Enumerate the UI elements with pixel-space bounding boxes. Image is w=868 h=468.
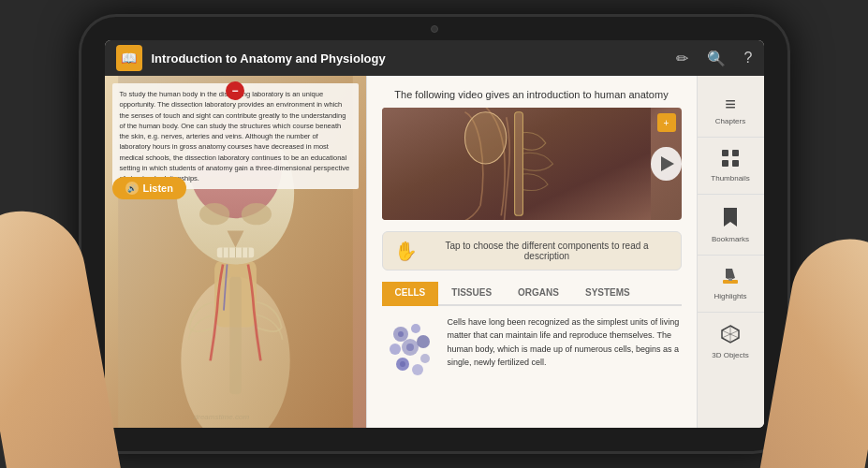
chapters-label: Chapters [715, 117, 745, 125]
svg-rect-34 [728, 278, 732, 281]
thumbnails-label: Thumbnails [711, 174, 749, 183]
play-button[interactable] [651, 147, 681, 181]
speaker-icon: 🔊 [125, 182, 139, 195]
svg-text:dreamstime.com: dreamstime.com [193, 413, 249, 421]
cells-svg [382, 315, 438, 381]
top-bar: 📖 Introduction to Anatomy and Physiology… [105, 40, 764, 76]
tap-instruction: ✋ Tap to choose the different components… [382, 231, 682, 271]
sidebar-item-bookmarks[interactable]: Bookmarks [698, 195, 764, 256]
svg-point-27 [406, 344, 414, 351]
chapters-icon: ≡ [725, 95, 736, 113]
right-page: The following video gives an introductio… [367, 76, 697, 428]
svg-point-19 [411, 324, 420, 333]
svg-rect-31 [722, 160, 728, 167]
thumbnails-icon [721, 149, 740, 170]
highlights-icon [721, 267, 740, 288]
tablet: 📖 Introduction to Anatomy and Physiology… [79, 14, 790, 454]
svg-point-21 [390, 344, 401, 355]
left-page: dreamstime.com To study the human body i… [105, 76, 367, 428]
help-icon[interactable]: ? [744, 50, 753, 67]
app-icon: 📖 [116, 45, 142, 71]
screen: 📖 Introduction to Anatomy and Physiology… [105, 40, 764, 428]
book-icon: 📖 [121, 51, 137, 66]
app-title: Introduction to Anatomy and Physiology [152, 51, 676, 66]
svg-rect-17 [514, 112, 522, 216]
sidebar-item-highlights[interactable]: Highlights [698, 256, 764, 313]
hand-stop-icon: ✋ [394, 240, 418, 262]
listen-button[interactable]: 🔊 Listen [112, 177, 186, 199]
content-area: dreamstime.com To study the human body i… [105, 76, 764, 428]
video-section: The following video gives an introductio… [382, 89, 682, 220]
highlights-svg [721, 267, 740, 285]
sidebar-item-chapters[interactable]: ≡ Chapters [698, 83, 764, 138]
tap-text: Tap to choose the different components t… [425, 241, 669, 261]
svg-point-23 [420, 354, 430, 363]
svg-point-28 [400, 361, 405, 367]
svg-point-20 [417, 335, 430, 348]
tab-tissues[interactable]: TISSUES [438, 282, 505, 306]
cube-svg [720, 324, 741, 344]
tab-organs[interactable]: ORGANS [505, 282, 572, 306]
bookmark-svg [721, 206, 740, 228]
tab-cells[interactable]: CELLS [382, 282, 439, 306]
listen-label: Listen [143, 183, 173, 194]
svg-rect-13 [229, 277, 242, 394]
search-icon[interactable]: 🔍 [707, 50, 726, 67]
grid-icon [721, 149, 740, 168]
expand-button[interactable]: + [657, 113, 676, 132]
minus-button[interactable]: − [226, 81, 244, 100]
cells-description: Cells have long been recognized as the s… [448, 315, 682, 385]
top-bar-actions: ✏ 🔍 ? [676, 50, 753, 67]
video-bg-svg [382, 108, 652, 220]
sidebar-item-3d[interactable]: 3D Objects [698, 313, 764, 371]
play-triangle-icon [661, 156, 674, 171]
3d-objects-icon [720, 324, 741, 347]
scene: 📖 Introduction to Anatomy and Physiology… [0, 0, 868, 468]
svg-rect-29 [722, 150, 728, 156]
tab-content: Cells have long been recognized as the s… [382, 315, 682, 385]
tab-systems[interactable]: SYSTEMS [572, 282, 643, 306]
video-title: The following video gives an introductio… [382, 89, 682, 100]
svg-rect-30 [732, 150, 739, 156]
tabs-bar: CELLS TISSUES ORGANS SYSTEMS [382, 282, 682, 306]
pencil-icon[interactable]: ✏ [676, 50, 688, 67]
sidebar-item-thumbnails[interactable]: Thumbnails [698, 138, 764, 195]
svg-point-16 [464, 112, 506, 164]
camera [431, 25, 438, 33]
video-thumbnail[interactable]: + [382, 108, 682, 220]
3d-label: 3D Objects [712, 351, 749, 359]
right-sidebar: ≡ Chapters Thumbnails [697, 76, 764, 428]
bookmarks-label: Bookmarks [712, 235, 749, 243]
svg-point-5 [199, 203, 229, 225]
svg-point-6 [241, 203, 271, 225]
cells-icon [382, 315, 438, 385]
svg-point-26 [398, 331, 404, 337]
highlights-label: Highlights [714, 292, 746, 300]
bookmark-icon [721, 206, 740, 231]
svg-rect-32 [732, 160, 739, 167]
svg-point-25 [412, 364, 423, 375]
